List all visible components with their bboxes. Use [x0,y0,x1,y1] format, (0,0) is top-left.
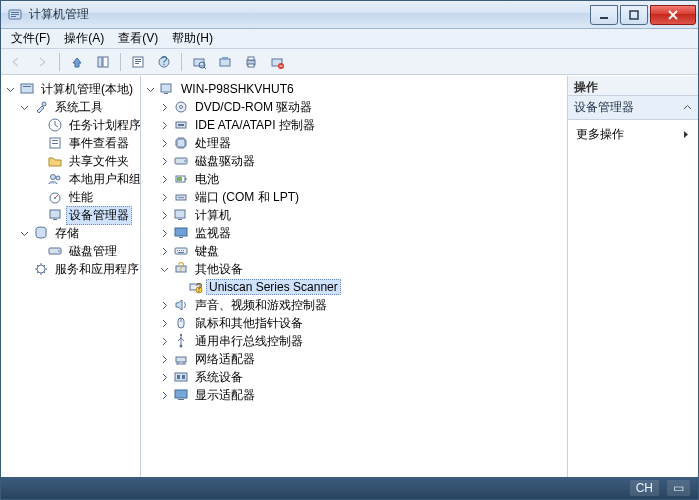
storage-icon [33,225,49,241]
expander-icon[interactable] [159,264,170,275]
svg-rect-3 [11,16,16,17]
expander-icon[interactable] [159,156,170,167]
expander-icon[interactable] [159,300,170,311]
svg-point-25 [42,102,46,106]
tree-item[interactable]: 任务计划程序 [33,116,138,134]
port-icon [173,189,189,205]
toolbar: ? [1,49,698,75]
toolbar-scan-button[interactable] [188,51,210,73]
tree-label: 电池 [192,170,222,189]
tree-root-local-computer[interactable]: 计算机管理(本地) [5,80,138,98]
svg-rect-76 [177,375,180,379]
toolbar-properties-button[interactable] [127,51,149,73]
device-tree[interactable]: WIN-P98SHKVHUT6 DVD/CD-ROM 驱动器IDE ATA/AT… [141,76,568,477]
svg-point-43 [180,106,183,109]
action-more[interactable]: 更多操作 [574,124,692,145]
status-ime-indicator[interactable]: ▭ [667,480,690,496]
expander-icon[interactable] [19,102,30,113]
tree-group[interactable]: 系统工具 [19,98,138,116]
device-category[interactable]: 声音、视频和游戏控制器 [159,296,565,314]
expander-icon[interactable] [159,174,170,185]
toolbar-help-button[interactable]: ? [153,51,175,73]
svg-rect-11 [135,63,139,64]
window-buttons [588,5,696,25]
ide-icon [173,117,189,133]
titlebar[interactable]: 计算机管理 [1,1,698,29]
device-item[interactable]: ?Uniscan Series Scanner [173,278,565,296]
device-category[interactable]: 通用串行总线控制器 [159,332,565,350]
svg-rect-78 [175,390,187,398]
svg-rect-51 [177,177,182,181]
menu-view[interactable]: 查看(V) [112,28,164,49]
tree-item[interactable]: 事件查看器 [33,134,138,152]
device-category[interactable]: 鼠标和其他指针设备 [159,314,565,332]
tree-item[interactable]: 磁盘管理 [33,242,138,260]
menu-help[interactable]: 帮助(H) [166,28,219,49]
expander-icon[interactable] [159,228,170,239]
device-category[interactable]: 端口 (COM 和 LPT) [159,188,565,206]
expander-icon[interactable] [159,192,170,203]
tree-label: 共享文件夹 [66,152,132,171]
monitor-icon [173,225,189,241]
expander-icon[interactable] [159,390,170,401]
status-lang-indicator[interactable]: CH [630,480,659,496]
toolbar-refresh-button[interactable] [214,51,236,73]
svg-rect-77 [182,375,185,379]
device-category[interactable]: 键盘 [159,242,565,260]
menu-action[interactable]: 操作(A) [58,28,110,49]
menu-file[interactable]: 文件(F) [5,28,56,49]
expander-icon[interactable] [159,354,170,365]
maximize-button[interactable] [620,5,648,25]
minimize-button[interactable] [590,5,618,25]
expander-icon[interactable] [159,210,170,221]
device-category[interactable]: 显示适配器 [159,386,565,404]
device-category[interactable]: IDE ATA/ATAPI 控制器 [159,116,565,134]
left-nav-tree[interactable]: 计算机管理(本地) 系统工具任务计划程序事件查看器共享文件夹本地用户和组性能设备… [1,76,141,477]
device-category[interactable]: 处理器 [159,134,565,152]
svg-rect-29 [52,143,58,144]
expander-icon[interactable] [159,318,170,329]
device-category[interactable]: 系统设备 [159,368,565,386]
tree-label: 性能 [66,188,96,207]
expander-icon[interactable] [159,138,170,149]
actions-section[interactable]: 设备管理器 [568,96,698,120]
tree-item[interactable]: 共享文件夹 [33,152,138,170]
device-tree-root[interactable]: WIN-P98SHKVHUT6 [145,80,565,98]
expander-icon[interactable] [19,228,30,239]
device-category[interactable]: 计算机 [159,206,565,224]
device-category[interactable]: 磁盘驱动器 [159,152,565,170]
expander-icon[interactable] [5,84,16,95]
toolbar-show-hide-tree-button[interactable] [92,51,114,73]
toolbar-up-button[interactable] [66,51,88,73]
expander-icon[interactable] [159,246,170,257]
expander-icon[interactable] [159,120,170,131]
expander-icon[interactable] [159,372,170,383]
device-category[interactable]: 监视器 [159,224,565,242]
tree-item[interactable]: 本地用户和组 [33,170,138,188]
collapse-icon[interactable] [683,101,692,115]
toolbar-uninstall-button[interactable] [266,51,288,73]
toolbar-back-button[interactable] [5,51,27,73]
svg-text:?: ? [196,281,203,295]
svg-rect-2 [11,14,19,15]
toolbar-forward-button[interactable] [31,51,53,73]
expander-icon[interactable] [145,84,156,95]
toolbar-print-button[interactable] [240,51,262,73]
optical-icon [173,99,189,115]
chevron-right-icon [683,128,690,142]
device-category[interactable]: 电池 [159,170,565,188]
tree-group[interactable]: 存储 [19,224,138,242]
tree-item[interactable]: 设备管理器 [33,206,138,224]
device-category[interactable]: DVD/CD-ROM 驱动器 [159,98,565,116]
battery-icon [173,171,189,187]
tree-item[interactable]: 性能 [33,188,138,206]
expander-icon[interactable] [159,336,170,347]
close-button[interactable] [650,5,696,25]
device-category[interactable]: ?其他设备 [159,260,565,278]
tree-group[interactable]: 服务和应用程序 [19,260,138,278]
device-category[interactable]: 网络适配器 [159,350,565,368]
tree-label: 设备管理器 [66,206,132,225]
expander-icon[interactable] [159,102,170,113]
app-icon [7,7,23,23]
svg-point-33 [54,197,56,199]
